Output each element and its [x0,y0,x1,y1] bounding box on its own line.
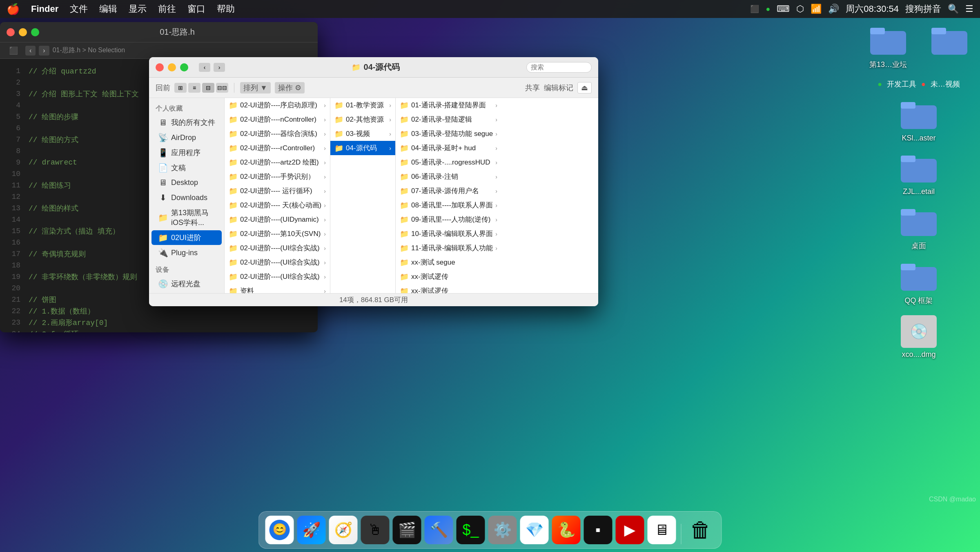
finder-forward-button[interactable]: › [214,63,225,72]
finder-close-button[interactable] [156,63,164,71]
dock-item-xcode[interactable]: 🔨 [425,516,453,544]
view-icon-btn[interactable]: ⊞ [174,83,187,93]
col1-item-0[interactable]: 📁 02-UI进阶----序启动原理) › [225,98,330,112]
col1-item-7[interactable]: 📁 02-UI进阶---- 天(核心动画) › [225,198,330,212]
menu-edit[interactable]: 编辑 [99,3,117,15]
sidebar-item-all-files[interactable]: 🖥 我的所有文件 [151,115,222,130]
col3-item-12[interactable]: 📁 xx-测试逻传 [396,269,501,284]
col1-item-1[interactable]: 📁 02-UI进阶----nController) › [225,112,330,127]
col1-item-2[interactable]: 📁 02-UI进阶----器综合演练) › [225,127,330,141]
col3-item-3[interactable]: 📁 04-通讯录-延时+ hud › [396,141,501,155]
col3-item-5[interactable]: 📁 06-通讯录-注销 › [396,169,501,184]
menu-file[interactable]: 文件 [70,3,88,15]
desktop-icon-2[interactable] [923,24,976,69]
close-button[interactable] [7,28,15,36]
col1-item-13[interactable]: 📁 资料 › [225,284,330,293]
zoom-button[interactable] [31,28,39,36]
csdn-watermark: CSDN @madao [929,496,976,503]
dock-item-finder[interactable]: 😊 [265,516,294,544]
desktop-icon-desktop[interactable]: 桌面 [892,206,945,251]
forward-button[interactable]: › [39,46,49,56]
search-icon[interactable]: 🔍 [948,4,959,14]
col3-item-10[interactable]: 📁 11-通讯录-编辑联系人功能 › [396,241,501,255]
menu-help[interactable]: 帮助 [217,3,235,15]
sidebar-item-remote-disk[interactable]: 💿 远程光盘 [151,276,222,291]
apple-menu[interactable]: 🍎 [7,3,20,16]
col3-item-2[interactable]: 📁 03-通讯录-登陆功能 segue › [396,127,501,141]
sidebar-item-13period[interactable]: 📁 第13期黑马iOS学科... [151,205,222,230]
sidebar-item-desktop[interactable]: 🖥 Desktop [151,176,222,190]
sidebar-item-02ui[interactable]: 📁 02UI进阶 [151,230,222,245]
dock-item-screen[interactable]: 🖥 [648,516,676,544]
menu-go[interactable]: 前往 [158,3,176,15]
sidebar-item-airdrop[interactable]: 📡 AirDrop [151,130,222,145]
dock-item-app2[interactable]: ▪ [584,516,612,544]
col1-item-6[interactable]: 📁 02-UI进阶---- 运行循环) › [225,184,330,198]
toolbar-sort[interactable]: 排列 ▼ [240,82,271,93]
desktop-icon-zjl[interactable]: ZJL...etail [892,152,945,196]
col1-item-11[interactable]: 📁 02-UI进阶----(UI综合实战) › [225,255,330,269]
finder-minimize-button[interactable] [168,63,176,71]
col3-item-4[interactable]: 📁 05-通讯录-....rogressHUD › [396,155,501,169]
02ui-label: 02UI进阶 [171,233,201,243]
finder-dock-icon: 😊 [265,516,294,544]
col3-item-13[interactable]: 📁 xx-测试逻传 [396,284,501,293]
menu-view[interactable]: 显示 [129,3,147,15]
sidebar-item-downloads[interactable]: ⬇ Downloads [151,190,222,205]
sidebar-item-applications[interactable]: 📱 应用程序 [151,145,222,160]
sidebar-item-plugins[interactable]: 🔌 Plug-ins [151,245,222,260]
col2-item-2[interactable]: 📁 03-视频 › [330,127,395,141]
col3-item-11[interactable]: 📁 xx-测试 segue [396,255,501,269]
view-cover-btn[interactable]: ⊟⊟ [216,83,228,93]
desktop-icon-ksl[interactable]: KSl...aster [892,99,945,142]
col1-item-4[interactable]: 📁 02-UI进阶----artz2D 绘图) › [225,155,330,169]
dock-item-safari[interactable]: 🧭 [329,516,358,544]
back-button[interactable]: ‹ [25,46,36,56]
menu-finder[interactable]: Finder [31,4,58,14]
dock-item-terminal[interactable]: $_ [457,516,485,544]
dock-item-quicktime[interactable]: 🎬 [393,516,421,544]
col2-item-1[interactable]: 📁 02-其他资源 › [330,112,395,127]
col3-item-9[interactable]: 📁 10-通讯录-编辑联系人界面 › [396,227,501,241]
toolbar-share[interactable]: 共享 [525,83,540,93]
menu-icon[interactable]: ☰ [965,4,973,14]
dock-item-trash[interactable]: 🗑 [686,516,715,544]
menu-window[interactable]: 窗口 [187,3,205,15]
col1-item-8[interactable]: 📁 02-UI进阶----(UIDynamic) › [225,212,330,227]
col3-item-8[interactable]: 📁 09-通讯里----人功能(逆传) › [396,212,501,227]
dock-item-sketch[interactable]: 💎 [520,516,549,544]
dock-item-launchpad[interactable]: 🚀 [297,516,326,544]
view-column-btn[interactable]: ⊟ [202,83,214,93]
col1-item-5[interactable]: 📁 02-UI进阶----手势识别） › [225,169,330,184]
col2-item-0[interactable]: 📁 01-教学资源 › [330,98,395,112]
finder-zoom-button[interactable] [180,63,188,71]
col3-item-6[interactable]: 📁 07-通讯录-源传用户名 › [396,184,501,198]
dock-item-rckit[interactable]: ▶ [616,516,644,544]
view-list-btn[interactable]: ≡ [188,83,200,93]
col1-item-12[interactable]: 📁 02-UI进阶----(UI综合实战) › [225,269,330,284]
desktop-icon-1[interactable]: 第13…业坛 [862,24,915,69]
col1-item-9[interactable]: 📁 02-UI进阶----第10天(SVN) › [225,227,330,241]
finder-search-input[interactable] [526,62,592,73]
downloads-icon: ⬇ [158,193,168,203]
desktop-icon-qq[interactable]: QQ 框架 [892,260,945,305]
sidebar-item-documents[interactable]: 📄 文稿 [151,160,222,175]
col1-item-3[interactable]: 📁 02-UI进阶----rController) › [225,141,330,155]
minimize-button[interactable] [19,28,27,36]
dock-item-syspref[interactable]: ⚙️ [488,516,517,544]
toolbar-tags[interactable]: 编辑标记 [544,83,573,93]
toolbar-action[interactable]: 操作 ⚙ [275,82,305,93]
col3-item-7[interactable]: 📁 08-通讯里----加联系人界面 › [396,198,501,212]
col3-item-0[interactable]: 📁 01-通讯录-搭建登陆界面 › [396,98,501,112]
col3-item-1[interactable]: 📁 02-通讯录-登陆逻辑 › [396,112,501,127]
dock-item-cursor[interactable]: 🖱 [361,516,390,544]
col2-item-3[interactable]: 📁 04-源代码 › [330,141,395,155]
xcode-dock-icon: 🔨 [425,516,453,544]
input-method[interactable]: 搜狗拼音 [905,3,941,15]
folder-icon-c2-3: 📁 [334,144,343,153]
finder-back-button[interactable]: ‹ [199,63,210,72]
toolbar-eject[interactable]: ⏏ [577,82,592,93]
dock-item-app1[interactable]: 🐍 [552,516,581,544]
col1-item-10[interactable]: 📁 02-UI进阶----(UI综合实战) › [225,241,330,255]
desktop-icon-dmg[interactable]: 💿 xco....dmg [892,315,945,359]
